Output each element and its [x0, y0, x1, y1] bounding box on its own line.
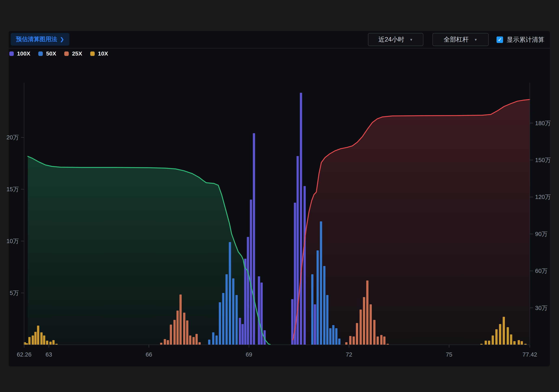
liquidation-bar-10x[interactable]	[499, 324, 501, 345]
y-right-tick-label: 120万	[535, 194, 551, 200]
liquidation-bar-10x[interactable]	[28, 337, 31, 345]
liquidation-bar-10x[interactable]	[488, 341, 490, 345]
liquidation-bar-10x[interactable]	[49, 342, 52, 345]
liquidation-bar-100x[interactable]	[244, 259, 246, 345]
liquidation-bar-50x[interactable]	[317, 250, 319, 345]
liquidation-bar-50x[interactable]	[326, 295, 328, 345]
liquidation-bar-100x[interactable]	[247, 237, 249, 345]
x-axis-tick-label: 62.26	[17, 351, 32, 358]
liquidation-bar-25x[interactable]	[196, 334, 198, 345]
liquidation-bar-25x[interactable]	[356, 323, 358, 345]
liquidation-bar-25x[interactable]	[366, 281, 368, 345]
liquidation-bar-100x[interactable]	[314, 304, 316, 345]
liquidation-bar-10x[interactable]	[26, 343, 28, 345]
liquidation-bar-50x[interactable]	[235, 295, 238, 345]
y-right-tick-label: 30万	[535, 305, 548, 311]
liquidation-bar-10x[interactable]	[518, 340, 520, 345]
liquidation-bar-25x[interactable]	[360, 310, 362, 345]
liquidation-bar-50x[interactable]	[311, 274, 313, 345]
liquidation-bar-25x[interactable]	[160, 343, 162, 345]
liquidation-bar-10x[interactable]	[495, 329, 498, 345]
liquidation-bar-50x[interactable]	[320, 221, 322, 345]
y-left-tick-label: 10万	[7, 238, 19, 244]
liquidation-bar-10x[interactable]	[32, 336, 34, 345]
liquidation-bar-10x[interactable]	[507, 327, 509, 345]
liquidation-bar-10x[interactable]	[40, 332, 43, 345]
y-right-tick-label: 60万	[535, 268, 548, 274]
liquidation-bar-10x[interactable]	[43, 336, 45, 345]
liquidation-bar-10x[interactable]	[521, 341, 523, 345]
liquidation-bar-50x[interactable]	[329, 328, 332, 345]
liquidation-bar-50x[interactable]	[323, 266, 326, 345]
liquidation-bar-10x[interactable]	[37, 326, 39, 345]
liquidation-bar-25x[interactable]	[198, 342, 201, 345]
y-left-tick-label: 5万	[10, 290, 19, 296]
liquidation-bar-100x[interactable]	[253, 133, 255, 345]
liquidation-bar-50x[interactable]	[225, 274, 228, 345]
liquidation-bar-10x[interactable]	[510, 335, 512, 345]
y-left-tick-label: 20万	[7, 134, 19, 141]
liquidation-bar-25x[interactable]	[376, 337, 379, 345]
liquidation-bar-25x[interactable]	[167, 340, 169, 345]
liquidation-bar-25x[interactable]	[170, 325, 172, 345]
liquidation-bar-100x[interactable]	[250, 200, 252, 345]
liquidation-bar-25x[interactable]	[345, 342, 347, 345]
liquidation-bar-25x[interactable]	[179, 295, 182, 345]
liquidation-bar-100x[interactable]	[261, 283, 263, 345]
x-axis-tick-label: 63	[46, 351, 52, 358]
liquidation-bar-25x[interactable]	[164, 339, 166, 345]
liquidation-bar-50x[interactable]	[215, 336, 218, 345]
liquidation-bar-50x[interactable]	[332, 325, 335, 345]
x-axis-tick-label: 77.42	[522, 351, 537, 358]
liquidation-bar-100x[interactable]	[242, 324, 244, 345]
liquidation-bar-25x[interactable]	[353, 337, 355, 345]
liquidation-bar-50x[interactable]	[219, 302, 221, 345]
x-axis-tick-label: 69	[246, 351, 252, 358]
liquidation-bar-25x[interactable]	[177, 310, 179, 345]
liquidation-bar-25x[interactable]	[192, 337, 195, 345]
liquidation-bar-25x[interactable]	[370, 304, 372, 345]
liquidation-bar-25x[interactable]	[383, 337, 385, 345]
short-liquidation-cumulative-area	[293, 100, 530, 345]
bar-series-100x	[239, 93, 316, 345]
liquidation-bar-100x[interactable]	[300, 93, 302, 345]
liquidation-bar-25x[interactable]	[173, 320, 176, 345]
liquidation-bar-100x[interactable]	[239, 318, 241, 345]
liquidation-bar-10x[interactable]	[34, 332, 37, 345]
y-right-tick-label: 150万	[535, 157, 551, 163]
liquidation-chart-canvas: 62.26636669727577.425万10万15万20万30万60万90万…	[0, 0, 559, 392]
liquidation-bar-25x[interactable]	[186, 320, 188, 345]
liquidation-bar-10x[interactable]	[46, 341, 48, 345]
y-right-tick-label: 180万	[535, 120, 551, 127]
liquidation-bar-50x[interactable]	[229, 242, 231, 345]
liquidation-bar-25x[interactable]	[373, 320, 375, 345]
liquidation-bar-10x[interactable]	[484, 341, 487, 345]
liquidation-bar-100x[interactable]	[258, 276, 260, 345]
liquidation-bar-50x[interactable]	[208, 339, 210, 345]
liquidation-bar-50x[interactable]	[212, 332, 214, 345]
liquidation-bar-50x[interactable]	[222, 293, 224, 345]
liquidation-bar-10x[interactable]	[513, 341, 516, 345]
liquidation-bar-25x[interactable]	[363, 297, 365, 345]
liquidation-bar-50x[interactable]	[335, 328, 337, 345]
x-axis-tick-label: 66	[146, 351, 152, 358]
y-left-tick-label: 15万	[7, 186, 19, 192]
liquidation-bar-10x[interactable]	[503, 317, 505, 345]
x-axis-tick-label: 75	[446, 351, 452, 358]
liquidation-bar-50x[interactable]	[338, 338, 340, 345]
liquidation-bar-50x[interactable]	[232, 278, 234, 345]
liquidation-bar-10x[interactable]	[52, 340, 55, 345]
liquidation-bar-10x[interactable]	[492, 336, 494, 345]
liquidation-bar-25x[interactable]	[189, 336, 191, 345]
liquidation-bar-25x[interactable]	[349, 336, 351, 345]
x-axis-tick-label: 72	[346, 351, 352, 358]
liquidation-bar-25x[interactable]	[183, 313, 185, 345]
liquidation-bar-25x[interactable]	[380, 335, 382, 345]
y-right-tick-label: 90万	[535, 231, 548, 237]
liquidation-bar-100x[interactable]	[304, 186, 306, 345]
